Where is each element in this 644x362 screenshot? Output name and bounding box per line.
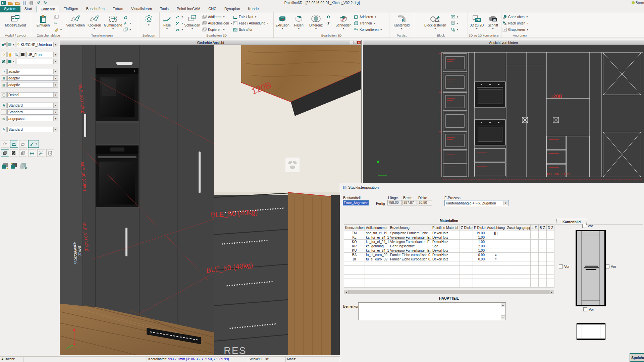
scroll-right-icon[interactable]: ► <box>549 290 554 294</box>
tab-start[interactable]: Start <box>20 6 36 12</box>
view-title-bar[interactable]: Gedrehte Ansicht ▁□✕ <box>60 40 361 45</box>
dimension-style-icon[interactable]: ⊺ <box>1 109 7 115</box>
tab-visualisieren[interactable]: Visualisieren <box>127 6 156 12</box>
select-hand-icon[interactable]: ✋ <box>7 52 13 57</box>
differenz-button[interactable]: Differenz ▼ <box>307 13 325 30</box>
schraffur-button[interactable]: Schraffur <box>232 26 272 33</box>
trennen-button[interactable]: Trennen▼ <box>353 20 388 26</box>
speichern-button[interactable]: Speicher <box>630 353 644 362</box>
style-empty-dropdown[interactable]: ▼ <box>16 59 58 64</box>
text-style-icon[interactable]: A <box>1 103 7 108</box>
tab-tools[interactable]: Tools <box>156 6 173 12</box>
col-l-z[interactable]: L-Z <box>531 225 539 231</box>
material-row[interactable]: KLka_fur_ei_24_1Vivalegno Furnierkanten … <box>344 235 554 240</box>
material-row[interactable]: TMspa_fur_ei_19Spanplatte Furniert Eiche… <box>344 231 554 235</box>
col-pointline-material[interactable]: Pointline Material <box>431 225 460 231</box>
konvertieren-button[interactable]: Konvertieren▼ <box>353 26 388 33</box>
line-type-icon[interactable]: ▦ <box>1 82 7 87</box>
zerlegen-button[interactable]: ▼ <box>141 13 157 26</box>
vor-checkbox-left[interactable]: Vor <box>559 264 570 268</box>
tab-einfuegen[interactable]: Einfügen <box>59 6 82 12</box>
tab-beschriften[interactable]: Beschriften <box>82 6 109 12</box>
fill-color-icon[interactable]: ▼ <box>7 59 15 64</box>
einfuegen-button[interactable]: Einfügen <box>34 13 53 27</box>
col-bezeichnung[interactable]: Bezeichnung <box>389 225 431 231</box>
addieren-3d-button[interactable]: Addieren▼ <box>353 14 388 20</box>
layers-tool-button[interactable] <box>1 149 9 157</box>
nach-unten-button[interactable]: Nach unten▼ <box>501 20 538 26</box>
material-row[interactable]: BAfu_ei_euro_09Furnier Eiche europäisch … <box>344 253 554 257</box>
minimize-icon[interactable]: ▁ <box>350 41 353 44</box>
falz-nut-button[interactable]: Falz / Nut▼ <box>232 14 272 20</box>
3d-zu-2d-button[interactable]: 2D 3D zu 2D ▼ <box>469 13 485 30</box>
col-d-z[interactable]: D-Z <box>547 225 554 231</box>
vor-checkbox-right[interactable]: Vor <box>605 264 616 268</box>
col-b-z[interactable]: B-Z <box>539 225 547 231</box>
modell-layout-button[interactable]: Modell/Layout <box>6 13 25 27</box>
schneiden-2d-button[interactable]: Schneiden ▼ <box>183 13 201 30</box>
schneiden-3d-button[interactable]: Schneiden ▼ <box>334 13 353 30</box>
checkbox-icon[interactable] <box>582 224 586 228</box>
trim-small-button[interactable]: ▼ <box>174 14 183 20</box>
scroll-down-icon[interactable]: ▼ <box>501 315 505 319</box>
scale-small-button[interactable]: ▼ <box>122 26 132 33</box>
cut-icon[interactable]: ✂ <box>53 20 63 26</box>
block-erstellen-button[interactable]: Block erstellen ▼ <box>422 13 448 30</box>
ausschneiden-2d-button[interactable]: Ausschneiden▼ <box>201 20 232 26</box>
view-title-bar[interactable]: Ansicht von hinten <box>363 40 644 45</box>
scroll-thumb[interactable] <box>348 290 549 294</box>
scroll-up-icon[interactable]: ▲ <box>501 303 505 307</box>
mirror-small-button[interactable]: ▼ <box>122 20 132 26</box>
dicke-input[interactable]: 20.80 <box>418 200 432 205</box>
refresh-tool-button[interactable]: ⟳ <box>1 140 9 148</box>
layer-dropdown[interactable]: ⚲KUECHE_Unterbau▼ <box>16 42 58 47</box>
union-small-button[interactable] <box>325 20 334 26</box>
tab-dynaplan[interactable]: Dynaplan <box>220 6 244 12</box>
col-artikelnummer[interactable]: Artikelnummer <box>365 225 389 231</box>
color-style-dropdown[interactable]: adaptiv▼ <box>7 69 58 74</box>
tab-pointlinecam[interactable]: PointLineCAM <box>173 6 204 12</box>
ganz-oben-button[interactable]: Ganz oben▼ <box>501 14 538 20</box>
bemerkung-textarea[interactable]: ▲▼ <box>358 302 506 320</box>
group-filter-icon[interactable] <box>20 52 26 57</box>
col-f-dicke[interactable]: F-Dicke <box>473 225 486 231</box>
color-palette-icon[interactable]: ◑ <box>1 69 7 74</box>
hatch-style-icon[interactable]: ▨ <box>1 116 7 121</box>
copy-small-button[interactable] <box>53 14 63 20</box>
material-row[interactable]: BIfu_ei_euro_09Furnier Eiche europäisch … <box>344 257 554 261</box>
checkbox-icon[interactable] <box>583 307 587 311</box>
account-badge[interactable]: Borm <box>632 1 644 5</box>
bestandteil-input[interactable]: Front_Abgeschrägt <box>343 200 369 205</box>
col-zuschlagsgruppe[interactable]: Zuschlagsgruppe <box>506 225 531 231</box>
material-row[interactable]: KOka_fur_ei_24_1Vivalegno Furnierkanten … <box>344 240 554 244</box>
cards-tool-button[interactable] <box>19 149 27 157</box>
close-icon[interactable]: ✕ <box>357 41 361 44</box>
material-row[interactable]: KUka_fur_ei_24_1Vivalegno Furnierkanten … <box>344 248 554 253</box>
scroll-left-icon[interactable]: ◄ <box>344 290 348 294</box>
intersect-small-button[interactable] <box>325 14 334 20</box>
text-style-dropdown[interactable]: Standard▼ <box>7 103 58 108</box>
tab-cnc[interactable]: CNC <box>204 6 220 12</box>
block-replace-small-button[interactable]: ▼ <box>450 26 460 33</box>
layer-front-button[interactable] <box>1 162 9 170</box>
verschieben-button[interactable]: Verschieben <box>66 13 85 27</box>
layer-delete-button[interactable] <box>19 162 27 170</box>
addieren-2d-button[interactable]: Addieren▼ <box>201 14 232 20</box>
kopieren-2d-button[interactable]: Kopieren▼ <box>201 26 232 33</box>
gummiband-button[interactable]: Gummiband ▼ <box>104 13 122 30</box>
hatch-tool-button[interactable] <box>10 149 18 157</box>
fase-2d-button[interactable]: Fase ▼ <box>160 13 174 30</box>
layer-new-icon[interactable]: ▼ <box>7 42 15 47</box>
rotate-small-button[interactable] <box>122 14 132 20</box>
layer-manager-icon[interactable] <box>1 42 7 47</box>
zoom-search-icon[interactable]: 🔍 <box>14 52 19 57</box>
tab-extras[interactable]: Extras <box>109 6 127 12</box>
line-type-dropdown[interactable]: adaptiv▼ <box>7 82 58 87</box>
render-3d-scene[interactable]: 120B <box>60 45 361 355</box>
dekor-icon[interactable]: ❏ <box>1 92 7 98</box>
fase-abrundung-button[interactable]: Fase / Abrundung▼ <box>232 20 272 26</box>
pen-style-icon[interactable]: ✎ <box>1 127 7 132</box>
dimension-style-dropdown[interactable]: Standard▼ <box>7 109 58 115</box>
pen-style-dropdown[interactable]: Standard▼ <box>7 127 58 132</box>
tab-kunde[interactable]: Kunde <box>244 6 263 12</box>
